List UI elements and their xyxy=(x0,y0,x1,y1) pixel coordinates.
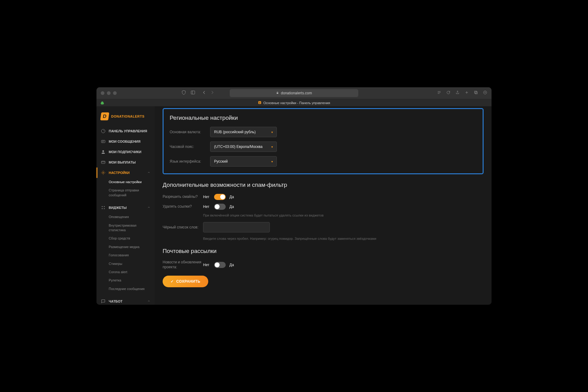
back-button[interactable] xyxy=(202,90,206,96)
regional-title: Региональные настройки xyxy=(170,115,477,121)
blacklist-input[interactable] xyxy=(203,222,270,232)
sidebar: D DONATIONALERTS ПАНЕЛЬ УПРАВЛЕНИЯ МОИ С… xyxy=(96,106,155,305)
toggle-no-text: Нет xyxy=(203,195,210,199)
svg-marker-6 xyxy=(101,101,104,104)
svg-point-18 xyxy=(104,208,105,209)
extras-section: Дополнительные возможности и спам-фильтр… xyxy=(163,182,484,240)
currency-value: RUB (российский рубль) xyxy=(214,130,256,134)
links-label: Удалять ссылки? xyxy=(163,204,203,209)
svg-rect-12 xyxy=(101,161,105,164)
sub-item-roulette[interactable]: Рулетка xyxy=(96,276,155,285)
browser-tabbar: D Основные настройки - Панель управления xyxy=(96,99,492,106)
share-icon[interactable] xyxy=(455,90,460,96)
window-controls xyxy=(101,91,117,95)
new-tab-icon[interactable] xyxy=(465,90,469,96)
check-icon: ✓ xyxy=(171,279,174,284)
main-content: Региональные настройки Основная валюта: … xyxy=(155,106,492,305)
sub-item-alerts[interactable]: Оповещения xyxy=(96,213,155,221)
chevron-down-icon: ▾ xyxy=(271,145,273,149)
mailing-section: Почтовые рассылки Новости и обновления п… xyxy=(163,248,484,270)
toggle-yes-text: Да xyxy=(229,263,237,267)
sidebar-item-label: МОИ СООБЩЕНИЯ xyxy=(109,140,141,143)
message-icon xyxy=(101,139,106,144)
currency-select[interactable]: RUB (российский рубль) ▾ xyxy=(210,127,277,137)
chevron-down-icon: ▾ xyxy=(271,160,273,163)
language-label: Язык интерфейса: xyxy=(170,159,210,164)
sidebar-item-settings[interactable]: НАСТРОЙКИ xyxy=(96,168,155,178)
reader-icon[interactable] xyxy=(437,90,441,96)
sub-item-polls[interactable]: Голосования xyxy=(96,251,155,259)
svg-rect-0 xyxy=(191,91,195,94)
sub-item-stream-stats[interactable]: Внутристримовая статистика xyxy=(96,221,155,235)
chat-icon xyxy=(101,299,106,304)
news-toggle[interactable] xyxy=(214,262,226,268)
sidebar-item-label: ВИДЖЕТЫ xyxy=(109,206,126,209)
forward-button[interactable] xyxy=(210,90,214,96)
app-logo[interactable]: D DONATIONALERTS xyxy=(96,109,155,126)
maximize-window[interactable] xyxy=(113,91,117,95)
sidebar-item-label: МОИ ПОДПИСЧИКИ xyxy=(109,150,141,154)
smiles-label: Разрешить смайлы? xyxy=(163,194,203,199)
url-text: donationalerts.com xyxy=(281,91,312,95)
sidebar-item-dashboard[interactable]: ПАНЕЛЬ УПРАВЛЕНИЯ xyxy=(96,126,155,136)
blacklist-label: Чёрный список слов: xyxy=(163,225,203,229)
smiles-toggle[interactable] xyxy=(214,194,226,200)
blacklist-hint: Введите слова через пробел. Например: ог… xyxy=(203,237,484,240)
sub-item-general-settings[interactable]: Основные настройки xyxy=(96,178,155,186)
sub-item-corona[interactable]: Corona alert xyxy=(96,268,155,276)
downloads-icon[interactable] xyxy=(483,90,487,96)
user-icon xyxy=(101,149,106,154)
language-select[interactable]: Русский ▾ xyxy=(210,156,277,167)
mailing-title: Почтовые рассылки xyxy=(163,248,484,254)
app-body: D DONATIONALERTS ПАНЕЛЬ УПРАВЛЕНИЯ МОИ С… xyxy=(96,106,492,305)
timezone-label: Часовой пояс: xyxy=(170,145,210,149)
minimize-window[interactable] xyxy=(107,91,111,95)
browser-window: donationalerts.com D Основные настройки … xyxy=(96,87,492,305)
sidebar-item-payouts[interactable]: МОИ ВЫПЛАТЫ xyxy=(96,157,155,168)
logo-text: DONATIONALERTS xyxy=(111,115,145,118)
tab-title[interactable]: Основные настройки - Панель управления xyxy=(263,101,330,105)
sidebar-item-widgets[interactable]: ВИДЖЕТЫ xyxy=(96,202,155,213)
sub-item-fundraising[interactable]: Сбор средств xyxy=(96,234,155,243)
logo-badge-icon: D xyxy=(100,112,109,120)
reload-icon[interactable] xyxy=(446,90,450,96)
svg-point-11 xyxy=(102,150,104,152)
sidebar-item-label: ПАНЕЛЬ УПРАВЛЕНИЯ xyxy=(109,129,147,133)
regional-settings-panel: Региональные настройки Основная валюта: … xyxy=(163,108,484,174)
sub-item-recent[interactable]: Последние сообщения xyxy=(96,285,155,293)
svg-point-15 xyxy=(102,206,103,207)
save-label: СОХРАНИТЬ xyxy=(176,279,201,284)
lock-icon xyxy=(276,91,279,95)
sidebar-toggle-icon[interactable] xyxy=(190,90,195,96)
toggle-no-text: Нет xyxy=(203,263,210,267)
close-window[interactable] xyxy=(101,91,104,95)
svg-rect-10 xyxy=(101,140,105,143)
sub-item-donation-page[interactable]: Страница отправки сообщений xyxy=(96,186,155,199)
save-button[interactable]: ✓ СОХРАНИТЬ xyxy=(163,276,208,287)
chevron-up-icon xyxy=(147,206,150,209)
address-bar[interactable]: donationalerts.com xyxy=(230,89,358,97)
timezone-value: (UTC+03:00) Европа/Москва xyxy=(214,145,262,149)
browser-titlebar: donationalerts.com xyxy=(96,87,492,99)
gauge-icon xyxy=(101,129,106,134)
tabs-icon[interactable] xyxy=(474,90,478,96)
gear-icon xyxy=(101,170,106,175)
sub-item-media[interactable]: Размещение медиа xyxy=(96,243,155,251)
sidebar-item-chatbot[interactable]: ЧАТБОТ xyxy=(96,296,155,305)
chevron-up-icon xyxy=(147,171,150,175)
sidebar-item-label: ЧАТБОТ xyxy=(109,300,123,303)
sidebar-item-subscribers[interactable]: МОИ ПОДПИСЧИКИ xyxy=(96,147,155,157)
shield-icon[interactable] xyxy=(181,90,186,96)
toggle-yes-text: Да xyxy=(229,205,237,209)
sub-item-stickers[interactable]: Стикеры xyxy=(96,260,155,268)
svg-point-14 xyxy=(103,172,104,173)
svg-rect-3 xyxy=(474,91,477,93)
toggle-yes-text: Да xyxy=(229,195,237,199)
links-toggle[interactable] xyxy=(214,204,226,210)
tab-favicon: D xyxy=(258,101,262,105)
drive-favicon[interactable] xyxy=(100,101,104,105)
timezone-select[interactable]: (UTC+03:00) Европа/Москва ▾ xyxy=(210,141,277,152)
sidebar-item-messages[interactable]: МОИ СООБЩЕНИЯ xyxy=(96,136,155,147)
svg-point-16 xyxy=(104,206,105,207)
chevron-up-icon xyxy=(147,300,150,303)
